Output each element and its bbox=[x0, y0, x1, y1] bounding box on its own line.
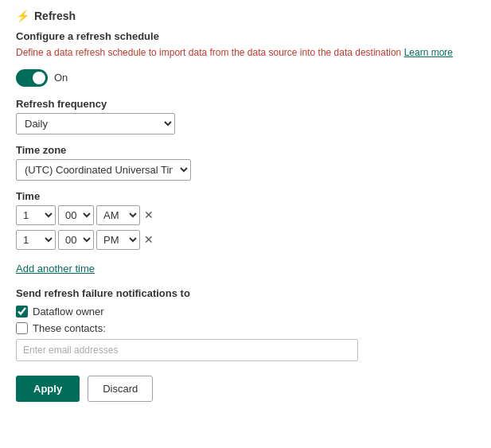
notify-title: Send refresh failure notifications to bbox=[16, 287, 475, 299]
refresh-toggle[interactable] bbox=[16, 69, 48, 87]
remove-time-2[interactable]: ✕ bbox=[144, 233, 154, 246]
timezone-label: Time zone bbox=[16, 144, 475, 156]
hour-select-1[interactable]: 1234 5678 9101112 bbox=[16, 205, 56, 225]
owner-checkbox[interactable] bbox=[16, 306, 28, 317]
owner-checkbox-label: Dataflow owner bbox=[33, 306, 104, 317]
contacts-checkbox-label: These contacts: bbox=[33, 322, 106, 334]
remove-time-1[interactable]: ✕ bbox=[144, 208, 154, 221]
frequency-group: Refresh frequency Daily Weekly Monthly H… bbox=[16, 98, 475, 134]
toggle-thumb bbox=[33, 72, 45, 84]
toggle-label: On bbox=[54, 72, 68, 84]
minute-select-1[interactable]: 00051015 20253035 40455055 bbox=[58, 205, 94, 225]
frequency-select[interactable]: Daily Weekly Monthly Hourly bbox=[16, 113, 175, 134]
configure-title: Configure a refresh schedule bbox=[16, 30, 475, 42]
toggle-row: On bbox=[16, 69, 475, 87]
email-input[interactable] bbox=[16, 339, 358, 361]
contacts-checkbox[interactable] bbox=[16, 322, 28, 334]
refresh-icon: ⚡ bbox=[16, 10, 29, 22]
time-row-2: 1234 5678 9101112 00051015 20253035 4045… bbox=[16, 230, 475, 250]
description: Define a data refresh schedule to import… bbox=[16, 46, 475, 60]
learn-more-link[interactable]: Learn more bbox=[404, 47, 453, 58]
time-group: Time 1234 5678 9101112 00051015 20253035… bbox=[16, 190, 475, 250]
ampm-select-1[interactable]: AMPM bbox=[96, 205, 140, 225]
time-row-1: 1234 5678 9101112 00051015 20253035 4045… bbox=[16, 205, 475, 225]
hour-select-2[interactable]: 1234 5678 9101112 bbox=[16, 230, 56, 250]
contacts-checkbox-row: These contacts: bbox=[16, 322, 475, 334]
add-time-link[interactable]: Add another time bbox=[16, 263, 95, 275]
button-row: Apply Discard bbox=[16, 376, 475, 402]
discard-button[interactable]: Discard bbox=[88, 376, 153, 402]
minute-select-2[interactable]: 00051015 20253035 40455055 bbox=[58, 230, 94, 250]
toggle-track bbox=[16, 69, 48, 87]
frequency-label: Refresh frequency bbox=[16, 98, 475, 110]
timezone-select[interactable]: (UTC) Coordinated Universal Time (UTC-05… bbox=[16, 159, 191, 181]
ampm-select-2[interactable]: AMPM bbox=[96, 230, 140, 250]
section-header: ⚡ Refresh bbox=[16, 10, 475, 22]
owner-checkbox-row: Dataflow owner bbox=[16, 306, 475, 317]
section-title: Refresh bbox=[34, 10, 76, 22]
time-label: Time bbox=[16, 190, 475, 202]
timezone-group: Time zone (UTC) Coordinated Universal Ti… bbox=[16, 144, 475, 181]
apply-button[interactable]: Apply bbox=[16, 376, 80, 402]
